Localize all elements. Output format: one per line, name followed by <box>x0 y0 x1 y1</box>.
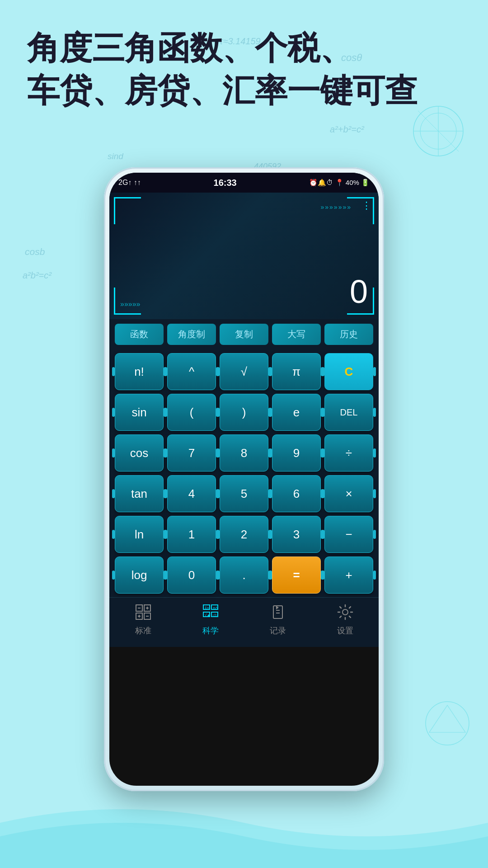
key-tan[interactable]: tan <box>115 475 164 512</box>
nav-history[interactable]: 记录 <box>270 604 286 636</box>
svg-point-27 <box>343 609 348 615</box>
calculator-display: »»»»» »»»»»»» ⋮ 0 <box>109 193 379 319</box>
key-del[interactable]: DEL <box>324 394 373 431</box>
key-dot[interactable]: . <box>220 557 268 594</box>
nav-settings-label: 设置 <box>337 625 353 636</box>
key-ln[interactable]: ln <box>115 516 164 553</box>
hud-chevrons-bottom: »»»»» <box>120 300 141 308</box>
status-bar: 2G↑ ↑↑ 16:33 ⏰🔔⏱ 📍 40% 🔋 <box>109 173 379 193</box>
key-0[interactable]: 0 <box>167 557 216 594</box>
key-sub[interactable]: − <box>324 516 373 553</box>
circle-decoration-bottom <box>420 696 474 750</box>
svg-marker-6 <box>429 705 465 732</box>
key-sin[interactable]: sin <box>115 394 164 431</box>
key-clear[interactable]: C <box>324 353 373 390</box>
func-history-button[interactable]: 历史 <box>324 324 373 345</box>
key-3[interactable]: 3 <box>272 516 321 553</box>
hud-corner-tl <box>114 197 141 224</box>
bg-cosb-text: cosb <box>25 246 45 257</box>
key-sqrt[interactable]: √ <box>220 353 268 390</box>
key-e[interactable]: e <box>272 394 321 431</box>
svg-text:√▲: √▲ <box>205 613 210 617</box>
bottom-navigation: 标准 Σn πΛ √▲ ◁▷ 科学 <box>109 597 379 647</box>
svg-point-5 <box>426 702 469 745</box>
phone-mockup: 2G↑ ↑↑ 16:33 ⏰🔔⏱ 📍 40% 🔋 »»»»» »»»»»»» ⋮… <box>104 167 384 791</box>
key-mul[interactable]: × <box>324 475 373 512</box>
nav-history-label: 记录 <box>270 625 286 636</box>
keypad: n! ^ √ π C sin ( ) e DEL cos 7 8 9 ÷ tan… <box>109 349 379 597</box>
key-5[interactable]: 5 <box>220 475 268 512</box>
key-log[interactable]: log <box>115 557 164 594</box>
hud-chevrons-top: »»»»»»» <box>320 203 352 211</box>
key-lparen[interactable]: ( <box>167 394 216 431</box>
wave-decoration <box>0 778 488 868</box>
function-bar: 函数 角度制 复制 大写 历史 <box>109 319 379 349</box>
phone-inner: 2G↑ ↑↑ 16:33 ⏰🔔⏱ 📍 40% 🔋 »»»»» »»»»»»» ⋮… <box>109 173 379 786</box>
func-functions-button[interactable]: 函数 <box>115 324 164 345</box>
bg-formula-text: a²b²=c² <box>23 270 52 281</box>
svg-marker-26 <box>276 606 279 609</box>
key-cos[interactable]: cos <box>115 434 164 472</box>
key-factorial[interactable]: n! <box>115 353 164 390</box>
hud-corner-bl <box>114 288 141 315</box>
history-icon <box>270 604 286 623</box>
key-div[interactable]: ÷ <box>324 434 373 472</box>
key-add[interactable]: + <box>324 557 373 594</box>
func-angle-button[interactable]: 角度制 <box>167 324 216 345</box>
hud-frame: »»»»» »»»»»»» <box>114 197 374 315</box>
bg-pythagoras-text: a²+b²=c² <box>330 124 364 135</box>
key-equals[interactable]: = <box>272 557 321 594</box>
func-caps-button[interactable]: 大写 <box>272 324 321 345</box>
header-description: 角度三角函数、个税、 车贷、房贷、汇率一键可查 <box>27 27 461 112</box>
nav-scientific[interactable]: Σn πΛ √▲ ◁▷ 科学 <box>202 604 219 636</box>
nav-standard[interactable]: 标准 <box>135 604 151 636</box>
key-power[interactable]: ^ <box>167 353 216 390</box>
key-rparen[interactable]: ) <box>220 394 268 431</box>
clock: 16:33 <box>214 178 237 188</box>
menu-dots-button[interactable]: ⋮ <box>361 200 371 212</box>
key-6[interactable]: 6 <box>272 475 321 512</box>
key-2[interactable]: 2 <box>220 516 268 553</box>
key-9[interactable]: 9 <box>272 434 321 472</box>
key-pi[interactable]: π <box>272 353 321 390</box>
nav-settings[interactable]: 设置 <box>337 604 353 636</box>
key-7[interactable]: 7 <box>167 434 216 472</box>
status-icons: ⏰🔔⏱ 📍 40% 🔋 <box>309 179 370 187</box>
func-copy-button[interactable]: 复制 <box>220 324 268 345</box>
nav-scientific-label: 科学 <box>202 625 219 636</box>
settings-icon <box>337 604 353 623</box>
signal-indicator: 2G↑ ↑↑ <box>118 179 141 187</box>
svg-text:Σn: Σn <box>205 606 209 610</box>
nav-standard-label: 标准 <box>135 625 151 636</box>
svg-text:πΛ: πΛ <box>213 606 218 610</box>
display-value: 0 <box>350 273 368 310</box>
scientific-icon: Σn πΛ √▲ ◁▷ <box>202 604 219 623</box>
key-1[interactable]: 1 <box>167 516 216 553</box>
bg-sind-text: sind <box>108 151 123 161</box>
svg-text:◁▷: ◁▷ <box>212 613 218 617</box>
key-8[interactable]: 8 <box>220 434 268 472</box>
key-4[interactable]: 4 <box>167 475 216 512</box>
standard-icon <box>135 604 151 623</box>
